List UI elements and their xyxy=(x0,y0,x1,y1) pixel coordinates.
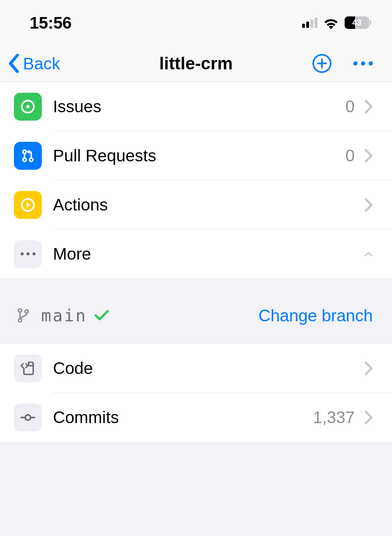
more-icon xyxy=(14,240,42,268)
svg-point-8 xyxy=(18,319,22,322)
more-label: More xyxy=(53,244,364,263)
navigation-bar: Back little-crm xyxy=(0,45,392,82)
chevron-right-icon xyxy=(364,361,373,375)
pull-requests-label: Pull Requests xyxy=(53,146,345,165)
repo-nav-list: Issues 0 Pull Requests 0 xyxy=(0,82,392,278)
status-bar: 15:56 43 xyxy=(0,0,392,45)
chevron-left-icon xyxy=(7,54,21,73)
chevron-right-icon xyxy=(364,149,373,163)
issues-row[interactable]: Issues 0 xyxy=(0,82,392,131)
chevron-right-icon xyxy=(364,198,373,212)
branch-selector: main Change branch xyxy=(0,278,392,344)
code-nav-list: Code Commits 1,337 xyxy=(0,344,392,442)
pull-requests-row[interactable]: Pull Requests 0 xyxy=(0,131,392,180)
pull-requests-count: 0 xyxy=(345,146,355,165)
status-indicators: 43 xyxy=(302,16,371,29)
page-title: little-crm xyxy=(159,53,233,74)
pull-request-icon xyxy=(14,142,42,170)
code-label: Code xyxy=(53,359,364,378)
wifi-icon xyxy=(322,16,340,29)
check-icon xyxy=(94,309,109,322)
issues-icon xyxy=(14,93,42,121)
commits-label: Commits xyxy=(53,408,313,427)
more-row[interactable]: More xyxy=(0,229,392,278)
actions-row[interactable]: Actions xyxy=(0,180,392,229)
svg-point-9 xyxy=(25,310,28,313)
back-label: Back xyxy=(23,54,60,73)
more-options-button[interactable] xyxy=(353,61,373,66)
svg-point-2 xyxy=(26,105,30,108)
issues-count: 0 xyxy=(345,97,355,116)
svg-point-3 xyxy=(23,150,26,153)
commits-count: 1,337 xyxy=(313,408,355,427)
commit-icon xyxy=(14,404,42,431)
svg-point-4 xyxy=(23,158,26,161)
change-branch-button[interactable]: Change branch xyxy=(259,306,373,325)
battery-icon: 43 xyxy=(345,16,371,29)
cellular-signal-icon xyxy=(302,17,317,28)
ellipsis-icon xyxy=(21,252,36,255)
ellipsis-icon xyxy=(353,61,358,66)
actions-label: Actions xyxy=(53,195,364,214)
bottom-spacer xyxy=(0,442,392,456)
chevron-right-icon xyxy=(364,411,373,424)
actions-icon xyxy=(14,191,42,219)
commits-row[interactable]: Commits 1,337 xyxy=(0,393,392,442)
code-icon xyxy=(14,354,42,382)
chevron-right-icon xyxy=(364,100,373,114)
back-button[interactable]: Back xyxy=(7,54,60,73)
branch-name: main xyxy=(41,306,87,325)
chevron-up-icon xyxy=(364,247,373,261)
svg-point-7 xyxy=(18,309,22,312)
battery-percentage: 43 xyxy=(352,18,362,28)
code-row[interactable]: Code xyxy=(0,344,392,393)
svg-point-5 xyxy=(30,158,33,161)
status-time: 15:56 xyxy=(30,13,71,32)
issues-label: Issues xyxy=(53,97,345,116)
git-branch-icon xyxy=(17,308,41,323)
add-button[interactable] xyxy=(312,54,332,73)
